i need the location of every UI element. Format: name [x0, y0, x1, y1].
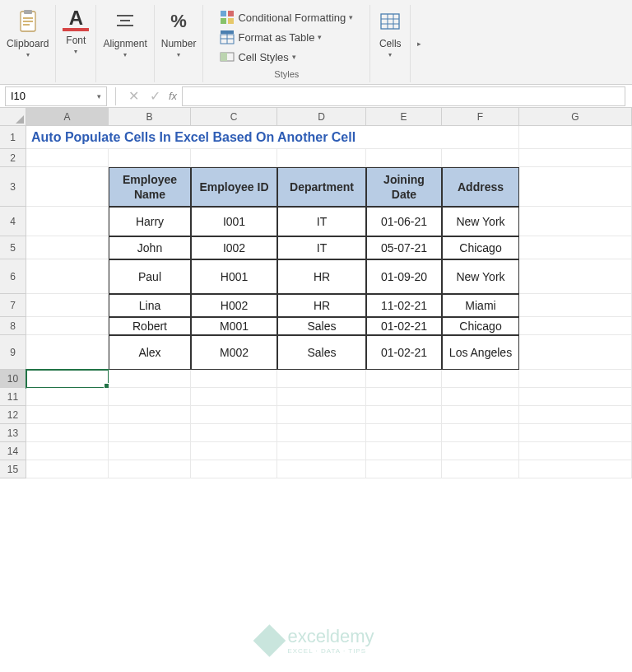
row-header-7[interactable]: 7: [0, 294, 26, 317]
cell[interactable]: [519, 406, 632, 424]
cell[interactable]: [519, 317, 632, 335]
cell[interactable]: [442, 442, 519, 460]
cell[interactable]: [366, 149, 442, 167]
cell[interactable]: [26, 294, 109, 317]
cell[interactable]: [519, 335, 632, 370]
cell[interactable]: [277, 370, 366, 388]
table-cell[interactable]: HR: [277, 294, 366, 317]
cell[interactable]: [26, 149, 109, 167]
cell[interactable]: [109, 424, 191, 442]
cell[interactable]: [519, 259, 632, 294]
cell[interactable]: [26, 406, 109, 424]
table-header[interactable]: Joining Date: [366, 167, 442, 207]
row-header-1[interactable]: 1: [0, 126, 26, 149]
cell[interactable]: [191, 424, 277, 442]
format-as-table-button[interactable]: Format as Table ▾: [216, 28, 356, 46]
chevron-down-icon[interactable]: ▾: [97, 92, 101, 100]
table-cell[interactable]: 11-02-21: [366, 294, 442, 317]
cell[interactable]: [109, 406, 191, 424]
cell[interactable]: [277, 460, 366, 478]
cell[interactable]: [277, 388, 366, 406]
cell[interactable]: [519, 388, 632, 406]
cell[interactable]: [191, 149, 277, 167]
table-cell[interactable]: Los Angeles: [442, 335, 519, 370]
col-header-e[interactable]: E: [366, 108, 442, 126]
cell[interactable]: [26, 460, 109, 478]
cell[interactable]: [519, 442, 632, 460]
cell[interactable]: [442, 460, 519, 478]
table-cell[interactable]: Paul: [109, 259, 191, 294]
table-cell[interactable]: 01-06-21: [366, 207, 442, 236]
title-cell[interactable]: Auto Populate Cells In Excel Based On An…: [26, 126, 519, 149]
table-cell[interactable]: IT: [277, 236, 366, 259]
formula-input[interactable]: [182, 86, 625, 106]
cancel-formula-button[interactable]: ✕: [126, 88, 141, 104]
table-cell[interactable]: John: [109, 236, 191, 259]
cell[interactable]: [442, 149, 519, 167]
row-header-10[interactable]: 10: [0, 370, 26, 388]
table-cell[interactable]: Harry: [109, 207, 191, 236]
col-header-b[interactable]: B: [109, 108, 191, 126]
cell[interactable]: [366, 442, 442, 460]
row-header-8[interactable]: 8: [0, 317, 26, 335]
row-header-4[interactable]: 4: [0, 207, 26, 236]
cell[interactable]: [191, 406, 277, 424]
table-cell[interactable]: H001: [191, 259, 277, 294]
cell[interactable]: [519, 236, 632, 259]
row-header-13[interactable]: 13: [0, 424, 26, 442]
table-header[interactable]: Department: [277, 167, 366, 207]
cell[interactable]: [26, 317, 109, 335]
cell[interactable]: [442, 370, 519, 388]
cell[interactable]: [442, 424, 519, 442]
cell[interactable]: [519, 126, 632, 149]
row-header-15[interactable]: 15: [0, 460, 26, 478]
cell[interactable]: [26, 335, 109, 370]
alignment-button[interactable]: Alignment ▾: [103, 5, 146, 63]
table-cell[interactable]: Chicago: [442, 317, 519, 335]
cell[interactable]: [277, 442, 366, 460]
table-cell[interactable]: Chicago: [442, 236, 519, 259]
table-cell[interactable]: H002: [191, 294, 277, 317]
number-button[interactable]: % Number ▾: [161, 5, 197, 63]
row-header-14[interactable]: 14: [0, 442, 26, 460]
table-header[interactable]: Employee ID: [191, 167, 277, 207]
fx-icon[interactable]: fx: [169, 90, 177, 102]
cell[interactable]: [191, 370, 277, 388]
col-header-g[interactable]: G: [519, 108, 632, 126]
row-header-5[interactable]: 5: [0, 236, 26, 259]
row-header-2[interactable]: 2: [0, 149, 26, 167]
name-box[interactable]: I10 ▾: [5, 86, 107, 106]
row-header-6[interactable]: 6: [0, 259, 26, 294]
cell[interactable]: [366, 424, 442, 442]
selected-cell[interactable]: [26, 370, 109, 388]
accept-formula-button[interactable]: ✓: [147, 88, 162, 104]
table-cell[interactable]: 01-09-20: [366, 259, 442, 294]
cell[interactable]: [109, 388, 191, 406]
cell[interactable]: [26, 424, 109, 442]
cell[interactable]: [366, 370, 442, 388]
col-header-a[interactable]: A: [26, 108, 109, 126]
cell[interactable]: [26, 388, 109, 406]
cell[interactable]: [442, 406, 519, 424]
table-cell[interactable]: Lina: [109, 294, 191, 317]
cell[interactable]: [277, 149, 366, 167]
cell[interactable]: [26, 442, 109, 460]
table-cell[interactable]: Robert: [109, 317, 191, 335]
table-cell[interactable]: I002: [191, 236, 277, 259]
conditional-formatting-button[interactable]: Conditional Formatting ▾: [216, 8, 356, 26]
font-button[interactable]: A Font ▾: [63, 5, 89, 63]
cell[interactable]: [366, 460, 442, 478]
cell[interactable]: [26, 236, 109, 259]
table-header[interactable]: Address: [442, 167, 519, 207]
row-header-12[interactable]: 12: [0, 406, 26, 424]
table-cell[interactable]: Sales: [277, 317, 366, 335]
table-cell[interactable]: 01-02-21: [366, 335, 442, 370]
table-cell[interactable]: Miami: [442, 294, 519, 317]
cells-button[interactable]: Cells ▾: [377, 5, 403, 63]
table-cell[interactable]: M002: [191, 335, 277, 370]
cell[interactable]: [366, 406, 442, 424]
cell[interactable]: [109, 442, 191, 460]
clipboard-button[interactable]: Clipboard ▾: [7, 5, 49, 63]
cell[interactable]: [519, 460, 632, 478]
table-cell[interactable]: HR: [277, 259, 366, 294]
